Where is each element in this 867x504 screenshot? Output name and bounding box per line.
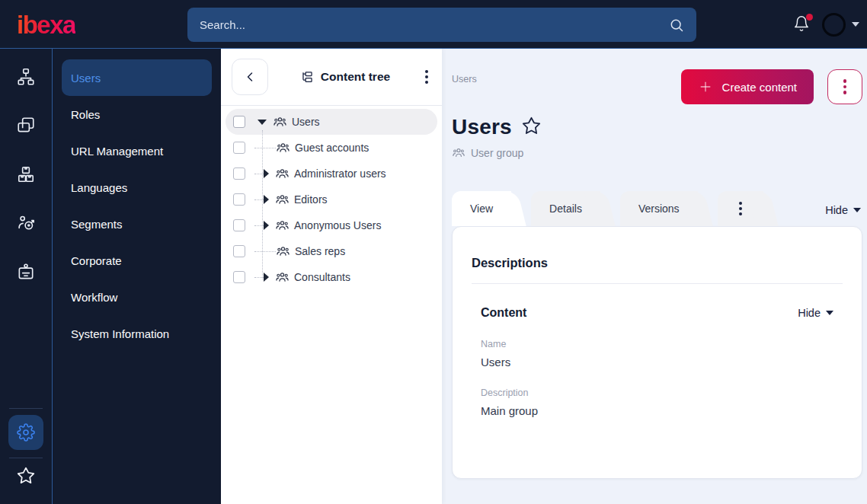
section-header: Content Hide — [481, 306, 833, 320]
tree-item-checkbox[interactable] — [233, 116, 245, 128]
expand-icon[interactable] — [264, 195, 269, 204]
expand-icon[interactable] — [264, 221, 269, 230]
tree-item-label: Administrator users — [294, 167, 386, 180]
badge-icon[interactable] — [16, 262, 36, 282]
tree-item-editors[interactable]: Editors — [226, 187, 437, 212]
tabs-row: View Details Versions Hide — [452, 191, 862, 226]
collapse-panel-button[interactable] — [232, 59, 268, 95]
user-menu[interactable] — [822, 13, 859, 37]
create-content-button[interactable]: Create content — [681, 69, 814, 104]
plus-icon — [698, 79, 713, 94]
content-tree-panel: Content tree Users Guest accounts — [221, 49, 442, 504]
content-options-button[interactable] — [827, 69, 862, 104]
collapse-icon[interactable] — [258, 120, 267, 125]
tree-item-guest-accounts[interactable]: Guest accounts — [226, 135, 437, 161]
bookmarks-button[interactable] — [16, 466, 36, 489]
hide-label: Hide — [825, 204, 848, 216]
tree-item-consultants[interactable]: Consultants — [226, 264, 437, 290]
tree-item-administrator-users[interactable]: Administrator users — [226, 161, 437, 187]
hide-all-toggle[interactable]: Hide — [825, 204, 862, 216]
star-icon — [521, 116, 542, 136]
content-tree-title-group: Content tree — [300, 70, 390, 85]
avatar[interactable] — [822, 13, 846, 37]
tree-item-label: Consultants — [294, 271, 350, 283]
search-bar[interactable] — [187, 8, 696, 42]
tree-item-checkbox[interactable] — [233, 142, 245, 154]
field-label: Description — [481, 388, 833, 398]
sidebar-item-workflow[interactable]: Workflow — [62, 279, 212, 315]
sidebar-item-languages[interactable]: Languages — [62, 169, 212, 206]
content-tree-title: Content tree — [321, 70, 390, 84]
sidebar-item-users[interactable]: Users — [62, 59, 212, 96]
sidebar-item-system-information[interactable]: System Information — [62, 315, 212, 352]
tree-item-label: Anonymous Users — [294, 219, 381, 231]
tree-guide — [254, 251, 276, 252]
rail-divider — [9, 458, 43, 458]
admin-sidebar: Users Roles URL Management Languages Seg… — [53, 49, 221, 504]
content-tree-header: Content tree — [221, 49, 442, 105]
rail-bottom — [0, 408, 52, 493]
notifications-button[interactable] — [793, 15, 811, 33]
tab-versions[interactable]: Versions — [620, 191, 698, 226]
content-section: Content Hide Name Users Description Main… — [472, 306, 843, 417]
notification-dot — [806, 14, 813, 21]
tree-options-button[interactable] — [422, 67, 431, 87]
descriptions-card: Descriptions Content Hide Name Users — [452, 226, 862, 479]
tree-item-sales-reps[interactable]: Sales reps — [226, 238, 437, 264]
icon-rail — [0, 49, 53, 504]
tree-item-checkbox[interactable] — [233, 219, 245, 231]
sidebar-item-corporate[interactable]: Corporate — [62, 242, 212, 279]
divider — [472, 283, 843, 284]
hide-section-toggle[interactable]: Hide — [798, 307, 833, 319]
ibexa-logo[interactable]: ibexa — [17, 11, 75, 40]
chevron-down-icon — [826, 311, 833, 315]
expand-icon[interactable] — [264, 273, 269, 282]
sidebar-item-segments[interactable]: Segments — [62, 206, 212, 242]
user-group-icon — [273, 115, 287, 129]
tree-item-label: Editors — [294, 193, 328, 206]
search-input[interactable] — [200, 18, 669, 31]
tree-item-anonymous-users[interactable]: Anonymous Users — [226, 212, 437, 238]
hide-label: Hide — [798, 307, 821, 319]
topbar-right — [793, 0, 859, 49]
content-type-row: User group — [452, 146, 862, 160]
tree-guide — [254, 148, 276, 148]
pages-icon[interactable] — [16, 116, 36, 136]
tab-view[interactable]: View — [452, 191, 511, 226]
topbar: ibexa — [0, 0, 867, 49]
tree-guide-line — [262, 130, 263, 279]
tree-item-checkbox[interactable] — [233, 193, 245, 206]
settings-button[interactable] — [8, 415, 43, 450]
header-actions: Create content — [681, 69, 862, 104]
card-heading: Descriptions — [472, 256, 843, 270]
tab-more-button[interactable] — [718, 191, 763, 226]
tree-item-checkbox[interactable] — [233, 271, 245, 283]
field-value: Main group — [481, 404, 833, 417]
field-name: Name Users — [481, 339, 833, 368]
tree-item-checkbox[interactable] — [233, 245, 245, 257]
sidebar-item-url-management[interactable]: URL Management — [62, 132, 212, 169]
personalization-icon[interactable] — [16, 213, 36, 233]
section-title: Content — [481, 306, 526, 320]
search-icon[interactable] — [669, 18, 684, 33]
content-type-label: User group — [471, 147, 523, 159]
main-header: Users Create content — [452, 69, 862, 104]
rail-divider — [9, 408, 43, 409]
expand-icon[interactable] — [264, 169, 269, 178]
create-content-label: Create content — [722, 81, 797, 94]
breadcrumb[interactable]: Users — [452, 69, 477, 85]
sitemap-icon[interactable] — [16, 67, 36, 87]
page-title: Users — [452, 115, 512, 139]
tab-details[interactable]: Details — [531, 191, 600, 226]
tree-item-checkbox[interactable] — [233, 167, 245, 180]
sidebar-item-roles[interactable]: Roles — [62, 96, 212, 132]
tree-item-label: Users — [292, 116, 320, 128]
tree-item-users[interactable]: Users — [226, 109, 437, 135]
bookmark-star-button[interactable] — [521, 116, 542, 139]
content-tree-list: Users Guest accounts Administrator users — [221, 106, 442, 293]
user-group-icon — [276, 244, 290, 259]
chevron-down-icon[interactable] — [852, 22, 859, 27]
shell: Users Roles URL Management Languages Seg… — [0, 49, 867, 504]
user-group-icon — [275, 167, 290, 181]
packages-icon[interactable] — [16, 164, 36, 184]
